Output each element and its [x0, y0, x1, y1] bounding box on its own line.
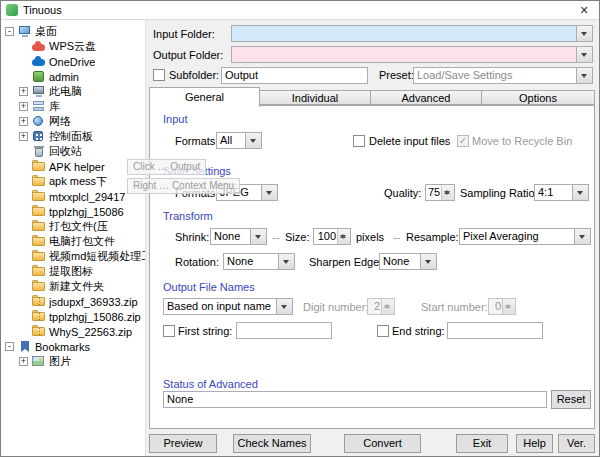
- sampling-ratio-combobox[interactable]: 4:1: [534, 184, 589, 201]
- close-icon[interactable]: ✕: [577, 3, 591, 17]
- chevron-down-icon[interactable]: [576, 26, 592, 41]
- tab-advanced[interactable]: Advanced: [370, 90, 482, 105]
- sharpen-edge-combobox[interactable]: None: [379, 253, 437, 270]
- preview-button[interactable]: Preview: [149, 434, 217, 453]
- expander-icon[interactable]: +: [19, 132, 28, 141]
- spinner-arrows-icon[interactable]: [337, 229, 350, 244]
- expander-icon[interactable]: -: [5, 27, 14, 36]
- chevron-down-icon[interactable]: [576, 47, 592, 62]
- tree-item[interactable]: APK helper: [1, 159, 145, 174]
- tree-item[interactable]: 回收站: [1, 144, 145, 159]
- subfolder-input[interactable]: Output: [221, 67, 368, 84]
- tree-item-label: 提取图标: [49, 264, 93, 279]
- check-names-button[interactable]: Check Names: [233, 434, 311, 453]
- recycle-bin-icon: [32, 145, 46, 158]
- tree-item[interactable]: OneDrive: [1, 54, 145, 69]
- preset-combobox[interactable]: Load/Save Settings: [413, 67, 593, 84]
- end-string-checkbox[interactable]: [377, 325, 389, 337]
- expander-icon[interactable]: +: [19, 117, 28, 126]
- tree-item[interactable]: jsdupxf_36933.zip: [1, 294, 145, 309]
- tree-item-label: APK helper: [49, 161, 105, 173]
- sharpen-edge-value: None: [383, 255, 409, 267]
- expander-icon[interactable]: +: [19, 357, 28, 366]
- chevron-down-icon[interactable]: [278, 254, 294, 269]
- user-folder-icon: [32, 70, 46, 83]
- reset-button[interactable]: Reset: [551, 390, 591, 409]
- shrink-combobox[interactable]: None: [210, 228, 267, 245]
- exit-button[interactable]: Exit: [456, 434, 508, 453]
- onedrive-cloud-icon: [32, 55, 46, 68]
- tree-item[interactable]: 打包文件(压: [1, 219, 145, 234]
- tree-item[interactable]: admin: [1, 69, 145, 84]
- window-title: Tinuous: [23, 3, 62, 17]
- chevron-down-icon[interactable]: [420, 254, 436, 269]
- chevron-down-icon[interactable]: [276, 299, 292, 314]
- spinner-arrows-icon[interactable]: [441, 185, 454, 200]
- first-string-input[interactable]: [236, 322, 332, 339]
- transform-heading: Transform: [163, 210, 213, 222]
- tree-item[interactable]: WhyS_22563.zip: [1, 324, 145, 339]
- input-folder-combobox[interactable]: [231, 25, 593, 42]
- delete-input-files-checkbox[interactable]: [353, 135, 365, 147]
- end-string-input[interactable]: [447, 322, 543, 339]
- input-formats-combobox[interactable]: All: [216, 132, 262, 149]
- zip-icon: [32, 295, 46, 308]
- digit-number-spinner: 2: [367, 298, 395, 315]
- tree-item[interactable]: apk mess下: [1, 174, 145, 189]
- tab-individual[interactable]: Individual: [259, 90, 371, 105]
- tree-item[interactable]: tpplzhgj_15086.zip: [1, 309, 145, 324]
- tree-item[interactable]: +图片: [1, 354, 145, 369]
- tree-item[interactable]: 提取图标: [1, 264, 145, 279]
- version-button[interactable]: Ver.: [558, 434, 595, 453]
- resample-combobox[interactable]: Pixel Averaging: [459, 228, 591, 245]
- tab-options[interactable]: Options: [481, 90, 595, 105]
- tree-item[interactable]: +网络: [1, 114, 145, 129]
- tree-item[interactable]: WPS云盘: [1, 39, 145, 54]
- output-folder-label: Output Folder:: [153, 48, 223, 63]
- dash-separator: --: [272, 230, 279, 245]
- tree-item[interactable]: 电脑打包文件: [1, 234, 145, 249]
- naming-mode-combobox[interactable]: Based on input name: [163, 298, 293, 315]
- expander-icon[interactable]: +: [19, 87, 28, 96]
- chevron-down-icon[interactable]: [576, 68, 592, 83]
- chevron-down-icon[interactable]: [245, 133, 261, 148]
- pixels-label: pixels: [356, 230, 384, 245]
- tree-item[interactable]: +控制面板: [1, 129, 145, 144]
- tree-item[interactable]: 视频md短视频处理工具: [1, 249, 145, 264]
- input-formats-label: Formats:: [175, 134, 218, 149]
- chevron-down-icon[interactable]: [261, 185, 277, 200]
- input-formats-value: All: [220, 134, 232, 146]
- tree-item[interactable]: 新建文件夹: [1, 279, 145, 294]
- convert-button[interactable]: Convert: [344, 434, 421, 453]
- tree-item[interactable]: +此电脑: [1, 84, 145, 99]
- output-folder-combobox[interactable]: [231, 46, 593, 63]
- rotation-combobox[interactable]: None: [223, 253, 295, 270]
- picture-icon: [32, 355, 46, 368]
- tab-general[interactable]: General: [149, 87, 260, 107]
- status-of-advanced-heading: Status of Advanced: [163, 378, 258, 390]
- ghost-tooltip-line2: Right … Context Menu: [127, 178, 240, 194]
- tree-item[interactable]: mtxxplcl_29417: [1, 189, 145, 204]
- chevron-down-icon[interactable]: [574, 229, 590, 244]
- quality-spinner[interactable]: 75: [425, 184, 455, 201]
- tree-item[interactable]: -Bookmarks: [1, 339, 145, 354]
- tree-item-label: WhyS_22563.zip: [49, 326, 132, 338]
- subfolder-checkbox[interactable]: [153, 69, 165, 81]
- wps-cloud-icon: [32, 40, 46, 53]
- spinner-arrows-icon: [502, 299, 515, 314]
- control-panel-icon: [32, 130, 46, 143]
- expander-icon[interactable]: -: [5, 342, 14, 351]
- tree-item[interactable]: +库: [1, 99, 145, 114]
- help-button[interactable]: Help: [516, 434, 553, 453]
- tree-item[interactable]: -桌面: [1, 24, 145, 39]
- chevron-down-icon[interactable]: [572, 185, 588, 200]
- tree-item[interactable]: tpplzhgj_15086: [1, 204, 145, 219]
- size-spinner[interactable]: 100: [313, 228, 351, 245]
- expander-icon[interactable]: +: [19, 102, 28, 111]
- chevron-down-icon[interactable]: [250, 229, 266, 244]
- zip-icon: [32, 310, 46, 323]
- this-pc-icon: [32, 85, 46, 98]
- size-value: 100: [314, 229, 338, 244]
- first-string-label: First string:: [178, 324, 232, 339]
- first-string-checkbox[interactable]: [163, 325, 175, 337]
